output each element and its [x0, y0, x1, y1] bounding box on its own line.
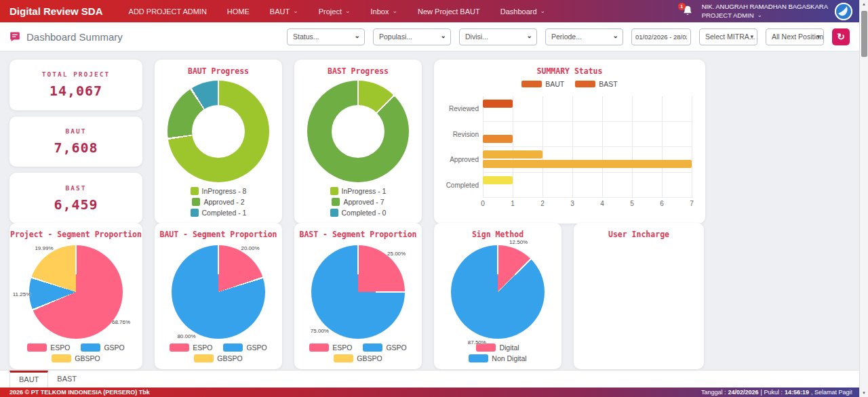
- notification-count-badge: 1: [678, 3, 686, 10]
- pie-percent-label: 20.00%: [241, 245, 259, 251]
- chart-title: BAUT Progress: [188, 66, 249, 76]
- nav-label: Inbox: [371, 7, 389, 16]
- footer-greeting: , Selamat Pagi!: [811, 389, 852, 396]
- nav-label: New Project BAUT: [418, 7, 480, 16]
- legend-label: BAST: [599, 80, 617, 88]
- legend-item[interactable]: BAST: [575, 80, 617, 88]
- populasi-select[interactable]: Populasi...: [373, 28, 451, 45]
- legend-item[interactable]: Approved - 2: [192, 198, 244, 206]
- chart-title: BAST Progress: [328, 66, 389, 76]
- legend-item[interactable]: Completed - 0: [330, 209, 387, 217]
- baut-progress-donut[interactable]: [167, 81, 269, 182]
- bast-progress-donut[interactable]: [307, 81, 409, 182]
- nav-item-dashboard[interactable]: Dashboard: [500, 7, 545, 16]
- legend-swatch: [332, 198, 340, 206]
- vertical-scrollbar[interactable]: ▲ ▼: [859, 0, 868, 397]
- tab-baut[interactable]: BAUT: [9, 371, 48, 388]
- legend-label: InProgress - 1: [342, 187, 387, 195]
- periode-select[interactable]: Periode...: [545, 28, 623, 45]
- chart-title: BAST - Segment Proportion: [299, 230, 416, 239]
- nav-label: BAUT: [270, 7, 290, 16]
- scrollbar-thumb[interactable]: [861, 11, 867, 57]
- stat-value: 7,608: [54, 140, 98, 156]
- legend-item[interactable]: GBSPO: [334, 354, 382, 362]
- legend-item[interactable]: GBSPO: [52, 354, 100, 362]
- chart-legend: ESPOGSPOGBSPO: [15, 339, 137, 364]
- legend-label: Approved - 7: [343, 198, 384, 206]
- x-tick-label: 4: [600, 200, 604, 207]
- baut-segment-pie[interactable]: 20.00%80.00%: [172, 245, 265, 339]
- bar-slot: [483, 109, 692, 117]
- sign-method-pie[interactable]: 12.50%87.50%: [451, 245, 545, 339]
- baut-count-card: BAUT 7,608: [9, 117, 142, 167]
- dashboard-summary-icon: [9, 31, 20, 42]
- bar-category-group: Reviewed: [483, 96, 692, 122]
- legend-label: GBSPO: [357, 354, 382, 362]
- scroll-up-arrow-icon[interactable]: ▲: [860, 2, 868, 6]
- bar-bast-revision[interactable]: [483, 135, 513, 143]
- stat-label: BAUT: [66, 127, 87, 135]
- user-menu[interactable]: NIK. ANUGRAH RAMADHAN BAGASKARA PROJECT …: [702, 3, 828, 20]
- legend-item[interactable]: Approved - 7: [332, 198, 384, 206]
- app-brand[interactable]: Digital Review SDA: [9, 5, 103, 17]
- bar-bast-approved[interactable]: [483, 160, 692, 168]
- footer: 2026 © PT TELKOM INDONESIA (PERSERO) Tbk…: [0, 388, 859, 397]
- scroll-down-arrow-icon[interactable]: ▼: [860, 391, 868, 395]
- legend-label: ESPO: [332, 343, 352, 352]
- nav-item-add-project-admin[interactable]: ADD PROJECT ADMIN: [129, 7, 207, 16]
- next-positions-select[interactable]: All Next Positions: [766, 28, 824, 45]
- legend-item[interactable]: ESPO: [309, 343, 352, 352]
- legend-item[interactable]: GBSPO: [194, 354, 242, 362]
- pie-percent-label: 75.00%: [311, 327, 329, 333]
- legend-item[interactable]: InProgress - 1: [330, 187, 387, 195]
- notification-bell-icon[interactable]: 1: [682, 5, 695, 18]
- project-segment-pie[interactable]: 68.76%11.25%19.99%: [29, 245, 123, 339]
- legend-item[interactable]: InProgress - 8: [191, 187, 247, 195]
- bar-baut-reviewed[interactable]: [483, 100, 513, 108]
- pie-percent-label: 12.50%: [509, 239, 528, 245]
- legend-item[interactable]: ESPO: [27, 343, 70, 352]
- divisi-select[interactable]: Divisi...: [459, 28, 537, 45]
- legend-label: GSPO: [246, 343, 267, 352]
- nav-item-inbox[interactable]: Inbox: [371, 7, 397, 16]
- legend-swatch: [191, 187, 199, 195]
- bar-slot: [483, 135, 692, 143]
- refresh-button[interactable]: [832, 28, 850, 45]
- bottom-tabbar: BAUT BAST: [0, 370, 859, 388]
- legend-swatch: [191, 209, 199, 217]
- legend-swatch: [521, 81, 542, 87]
- footer-datetime: Tanggal : 24/02/2026 | Pukul : 14:56:19 …: [701, 389, 852, 396]
- legend-swatch: [192, 198, 200, 206]
- bar-baut-approved[interactable]: [483, 150, 542, 159]
- date-range-input[interactable]: [631, 28, 691, 45]
- tab-bast[interactable]: BAST: [48, 371, 85, 388]
- bar-slot: [483, 150, 692, 159]
- nav-item-new-project-baut[interactable]: New Project BAUT: [418, 7, 480, 16]
- chart-legend: BAUTBAST: [445, 77, 694, 89]
- chevron-down-icon: [757, 12, 763, 18]
- bast-segment-pie[interactable]: 25.00%75.00%: [311, 245, 405, 339]
- bar-baut-completed[interactable]: [483, 176, 513, 184]
- mitra-select[interactable]: Select MITRA...: [699, 28, 757, 45]
- legend-item[interactable]: Non Digital: [469, 354, 526, 362]
- status-select[interactable]: Status...: [287, 28, 365, 45]
- pie-percent-label: 68.76%: [112, 319, 130, 325]
- nav-item-home[interactable]: HOME: [227, 7, 250, 16]
- legend-item[interactable]: GSPO: [223, 343, 267, 352]
- nav-item-baut[interactable]: BAUT: [270, 7, 298, 16]
- chevron-down-icon: [540, 8, 546, 14]
- baut-progress-card: BAUT Progress InProgress - 8Approved - 2…: [155, 60, 282, 224]
- legend-item[interactable]: ESPO: [170, 343, 212, 352]
- chevron-down-icon: [345, 8, 351, 14]
- total-project-card: TOTAL PROJECT 14,067: [9, 60, 142, 110]
- legend-item[interactable]: GSPO: [363, 343, 406, 352]
- legend-item[interactable]: Completed - 1: [191, 209, 247, 217]
- chevron-down-icon: [293, 8, 298, 14]
- bar-slot: [483, 100, 692, 108]
- legend-item[interactable]: BAUT: [521, 80, 564, 88]
- legend-swatch: [469, 354, 488, 362]
- nav-item-project[interactable]: Project: [319, 7, 351, 16]
- legend-item[interactable]: GSPO: [81, 343, 124, 352]
- footer-date: 24/02/2026: [728, 389, 759, 396]
- bar-slot: [483, 176, 692, 184]
